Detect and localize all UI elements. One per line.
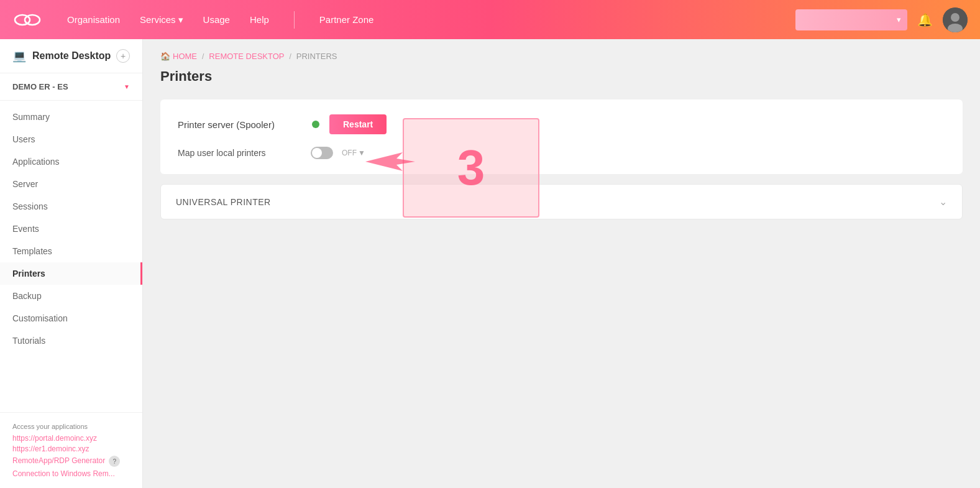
breadcrumb-sep-2: / [289, 52, 291, 61]
printer-server-label: Printer server (Spooler) [178, 119, 302, 130]
universal-printer-name: UNIVERSAL PRINTER [176, 197, 271, 207]
sidebar-item-sessions[interactable]: Sessions [0, 195, 142, 218]
breadcrumb-sep-1: / [202, 52, 204, 61]
map-local-printers-toggle[interactable] [311, 147, 333, 159]
printer-server-row: Printer server (Spooler) Restart [178, 114, 945, 134]
nav-services[interactable]: Services ▾ [140, 14, 183, 25]
sidebar-footer: Access your applications https://portal.… [0, 412, 142, 488]
printer-status-dot [312, 121, 319, 128]
map-local-printers-label: Map user local printers [178, 148, 302, 158]
sidebar-item-backup[interactable]: Backup [0, 285, 142, 307]
nav-separator [294, 11, 295, 29]
home-icon: 🏠 [160, 52, 170, 61]
main-content: 🏠 HOME / REMOTE DESKTOP / PRINTERS Print… [143, 39, 980, 488]
demo-selector[interactable]: DEMO ER - ES ▼ [0, 73, 142, 101]
portal-link[interactable]: https://portal.demoinc.xyz [12, 434, 130, 443]
sidebar-item-server[interactable]: Server [0, 173, 142, 195]
demo-label: DEMO ER - ES [12, 82, 68, 91]
sidebar-navigation: Summary Users Applications Server Sessio… [0, 101, 142, 412]
universal-printer-header[interactable]: UNIVERSAL PRINTER ⌄ [161, 185, 962, 219]
remote-desktop-icon: 💻 [12, 49, 26, 63]
access-apps-label: Access your applications [12, 423, 130, 430]
notifications-bell-icon[interactable]: 🔔 [917, 12, 933, 27]
tenant-dropdown[interactable]: ▾ [795, 9, 907, 30]
sidebar-item-events[interactable]: Events [0, 218, 142, 240]
svg-point-3 [951, 13, 959, 22]
page-title: Printers [160, 68, 963, 85]
nav-usage[interactable]: Usage [203, 14, 230, 25]
toggle-arrow: ▼ [358, 149, 365, 157]
nav-help[interactable]: Help [250, 14, 269, 25]
add-service-button[interactable]: + [116, 49, 130, 63]
sidebar-item-templates[interactable]: Templates [0, 240, 142, 262]
breadcrumb: 🏠 HOME / REMOTE DESKTOP / PRINTERS [160, 52, 963, 61]
sidebar-item-customisation[interactable]: Customisation [0, 307, 142, 329]
sidebar-item-printers[interactable]: Printers [0, 262, 142, 285]
user-avatar[interactable] [943, 7, 968, 32]
nav-organisation[interactable]: Organisation [67, 14, 120, 25]
tenant-dropdown-arrow: ▾ [897, 15, 901, 24]
restart-button[interactable]: Restart [329, 114, 387, 134]
sidebar-header: 💻 Remote Desktop + [0, 39, 142, 73]
services-dropdown-arrow: ▾ [178, 14, 183, 25]
connection-link[interactable]: Connection to Windows Rem... [12, 469, 130, 478]
breadcrumb-current: PRINTERS [296, 52, 337, 61]
demo-dropdown-arrow: ▼ [124, 83, 130, 90]
printers-section: Printer server (Spooler) Restart 3 Map u… [160, 99, 963, 174]
toggle-off-label: OFF ▼ [342, 149, 365, 157]
sidebar-title: Remote Desktop [32, 50, 111, 62]
universal-printer-chevron-icon: ⌄ [939, 196, 947, 208]
sidebar-header-left: 💻 Remote Desktop [12, 49, 111, 63]
top-navigation: Organisation Services ▾ Usage Help Partn… [0, 0, 980, 39]
rdp-generator-row: RemoteApp/RDP Generator ? [12, 456, 130, 467]
layout: 💻 Remote Desktop + DEMO ER - ES ▼ Summar… [0, 39, 980, 488]
universal-printer-card: UNIVERSAL PRINTER ⌄ [160, 184, 963, 219]
map-local-printers-row: Map user local printers OFF ▼ [178, 147, 945, 159]
er1-link[interactable]: https://er1.demoinc.xyz [12, 444, 130, 453]
sidebar-item-users[interactable]: Users [0, 128, 142, 150]
sidebar-item-applications[interactable]: Applications [0, 150, 142, 173]
svg-point-1 [25, 15, 40, 25]
help-badge[interactable]: ? [109, 456, 120, 467]
nav-links: Organisation Services ▾ Usage Help Partn… [67, 11, 795, 29]
sidebar: 💻 Remote Desktop + DEMO ER - ES ▼ Summar… [0, 39, 143, 488]
logo[interactable] [12, 10, 42, 30]
sidebar-item-tutorials[interactable]: Tutorials [0, 329, 142, 352]
breadcrumb-remote-desktop[interactable]: REMOTE DESKTOP [209, 52, 284, 61]
top-nav-right: ▾ 🔔 [795, 7, 968, 32]
breadcrumb-home-label: HOME [173, 52, 197, 61]
sidebar-item-summary[interactable]: Summary [0, 106, 142, 128]
breadcrumb-home[interactable]: 🏠 HOME [160, 52, 197, 61]
rdp-generator-link[interactable]: RemoteApp/RDP Generator [12, 456, 105, 465]
nav-partner-zone[interactable]: Partner Zone [319, 14, 374, 25]
